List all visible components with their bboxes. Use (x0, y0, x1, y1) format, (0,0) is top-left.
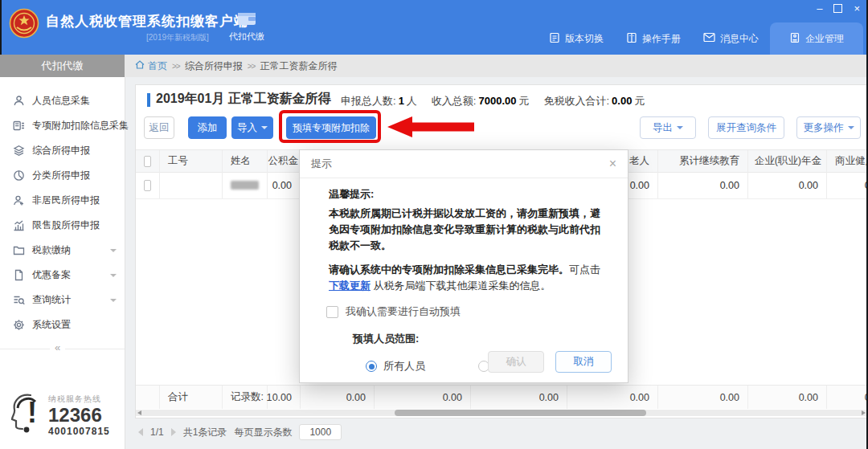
sidebar-item-classified-income-declaration[interactable]: 分类所得申报 (0, 163, 125, 188)
confirm-paragraph-mid: 可点击 (569, 263, 600, 276)
id-card-icon (13, 120, 25, 132)
sidebar-item-label: 税款缴纳 (32, 243, 71, 257)
sidebar-item-preferential-filing[interactable]: 优惠备案 (0, 263, 125, 288)
module-tab-withholding[interactable]: 代扣代缴 (226, 11, 268, 43)
version-switch-icon (549, 32, 560, 46)
pie-chart-icon (13, 169, 25, 182)
sidebar-item-restricted-shares-declaration[interactable]: 限售股所得申报 (0, 213, 125, 238)
auto-prefill-checkbox[interactable] (326, 306, 338, 318)
col-header-name[interactable]: 姓名 (223, 150, 268, 172)
col-header-continuing-education[interactable]: 累计继续教育 (658, 150, 748, 172)
scrollbar-thumb[interactable] (395, 410, 646, 416)
export-button[interactable]: 导出 (640, 116, 696, 139)
breadcrumb-separator: >> (172, 62, 180, 71)
stat-unit: 元 (634, 95, 645, 107)
radio-all-label: 所有人员 (383, 358, 425, 374)
sidebar-item-tax-payment[interactable]: 税款缴纳 (0, 238, 125, 263)
warm-tip-title: 温馨提示: (329, 186, 604, 202)
auto-prefill-label: 我确认需要进行自动预填 (346, 304, 461, 320)
nav-label: 版本切换 (565, 32, 604, 46)
next-page-icon[interactable] (171, 428, 176, 436)
window-controls: – × (817, 3, 860, 14)
add-button[interactable]: 添加 (188, 116, 227, 139)
nav-enterprise-panel: 企业管理 (770, 22, 863, 55)
sidebar-item-personnel-info-collection[interactable]: 人员信息采集 (0, 88, 125, 113)
prev-page-icon[interactable] (138, 428, 143, 436)
col-header-housing-fund[interactable]: 公积金 (268, 150, 301, 172)
scroll-right-icon[interactable] (862, 410, 866, 415)
secondary-bar: 代扣代缴 首页 >> 综合所得申报 >> 正常工资薪金所得 (0, 55, 868, 77)
manual-icon (626, 32, 637, 46)
import-button[interactable]: 导入 (231, 116, 273, 139)
col-header-enterprise-annuity[interactable]: 企业(职业)年金 (748, 150, 827, 172)
cell-value: 0.00 (748, 172, 827, 198)
confirm-paragraph-rest: 从税务局端下载其他渠道采集的信息。 (371, 280, 551, 292)
person-icon (13, 95, 25, 107)
hotline-subnumber: 4001007815 (48, 426, 110, 437)
footer-value: 0.00 (375, 386, 471, 409)
back-button[interactable]: 返回 (144, 116, 174, 139)
warning-paragraph: 本税款所属期已计税并据以发放工资的，请勿重新预填，避免因专项附加扣除信息变化导致… (329, 206, 604, 254)
confirm-paragraph-bold: 请确认系统中的专项附加扣除采集信息已采集完毕。 (329, 263, 569, 276)
sidebar-item-special-deduction-collection[interactable]: 专项附加扣除信息采集 (0, 113, 125, 138)
active-module-tab[interactable]: 代扣代缴 (0, 55, 125, 77)
minimize-button[interactable]: – (817, 3, 822, 14)
nav-enterprise-management[interactable]: 企业管理 (778, 22, 855, 55)
footer-value: 0.00 (748, 386, 827, 409)
nav-message-center[interactable]: 消息中心 (692, 22, 770, 55)
hotline-headset-icon: ! (6, 390, 45, 440)
tax-bureau-logo-icon (9, 8, 39, 42)
title-accent-bar (147, 93, 150, 107)
per-page-select[interactable]: 1000 (299, 424, 342, 440)
cell-value: 0.00 (268, 172, 301, 198)
nav-manual[interactable]: 操作手册 (615, 22, 692, 55)
stat-label: 申报总人数: (341, 95, 396, 107)
sidebar-item-label: 专项附加扣除信息采集 (32, 119, 129, 133)
sidebar-collapse-button[interactable]: « (50, 341, 65, 353)
col-header-employee-id[interactable]: 工号 (160, 150, 223, 172)
breadcrumb-level1[interactable]: 综合所得申报 (185, 59, 243, 73)
sidebar-item-query-statistics[interactable]: 查询统计 (0, 288, 125, 312)
horizontal-scrollbar[interactable] (136, 410, 867, 416)
dialog-close-icon[interactable]: × (609, 157, 616, 170)
dialog-titlebar: 提示 × (300, 150, 628, 178)
chevron-down-icon (110, 274, 117, 277)
stat-value: 7000.00 (478, 95, 516, 107)
app-subtitle: [2019年新税制版] (146, 32, 209, 43)
confirm-button[interactable]: 确认 (488, 351, 544, 373)
radio-all-personnel[interactable]: 所有人员 (366, 358, 478, 374)
sidebar-item-label: 分类所得申报 (32, 169, 90, 182)
home-icon (135, 60, 145, 71)
confirm-paragraph: 请确认系统中的专项附加扣除采集信息已采集完毕。可点击 下载更新 从税务局端下载其… (329, 262, 604, 294)
sidebar-item-system-settings[interactable]: 系统设置 (0, 312, 125, 337)
restore-button[interactable] (833, 4, 842, 13)
download-update-link[interactable]: 下载更新 (329, 280, 371, 292)
scroll-left-icon[interactable] (137, 410, 141, 415)
sidebar-item-label: 综合所得申报 (32, 144, 90, 157)
sidebar: 人员信息采集 专项附加扣除信息采集 综合所得申报 分类所得申报 非居民所得申报 … (0, 77, 125, 449)
col-header-commercial-health[interactable]: 商业健康 (827, 150, 868, 172)
auto-prefill-checkbox-row[interactable]: 我确认需要进行自动预填 (326, 304, 604, 320)
sidebar-item-nonresident-income-declaration[interactable]: 非居民所得申报 (0, 188, 125, 213)
more-actions-button[interactable]: 更多操作 (796, 116, 861, 139)
nav-version-switch[interactable]: 版本切换 (538, 22, 615, 55)
cell-value: 0.00 (827, 172, 868, 198)
expand-query-button[interactable]: 展开查询条件 (708, 116, 784, 139)
row-checkbox[interactable] (144, 180, 151, 191)
annotation-arrow-icon (387, 116, 477, 141)
page-title: 2019年01月 正常工资薪金所得 (156, 91, 331, 108)
cell-employee-id (160, 172, 223, 198)
cancel-button[interactable]: 取消 (555, 351, 612, 373)
select-all-checkbox[interactable] (144, 156, 151, 167)
breadcrumb-home[interactable]: 首页 (135, 59, 167, 73)
radio-selected-icon[interactable] (366, 361, 377, 372)
sidebar-item-comprehensive-income-declaration[interactable]: 综合所得申报 (0, 138, 125, 163)
annotation-highlight-box (279, 110, 381, 143)
breadcrumb: 首页 >> 综合所得申报 >> 正常工资薪金所得 (135, 55, 337, 77)
sidebar-item-label: 查询统计 (32, 293, 71, 307)
footer-value: 0.00 (471, 386, 567, 409)
breadcrumb-home-label[interactable]: 首页 (148, 59, 167, 73)
close-button[interactable]: × (854, 3, 860, 14)
sidebar-item-label: 非居民所得申报 (32, 194, 100, 207)
prefill-scope-label: 预填人员范围: (353, 331, 604, 347)
